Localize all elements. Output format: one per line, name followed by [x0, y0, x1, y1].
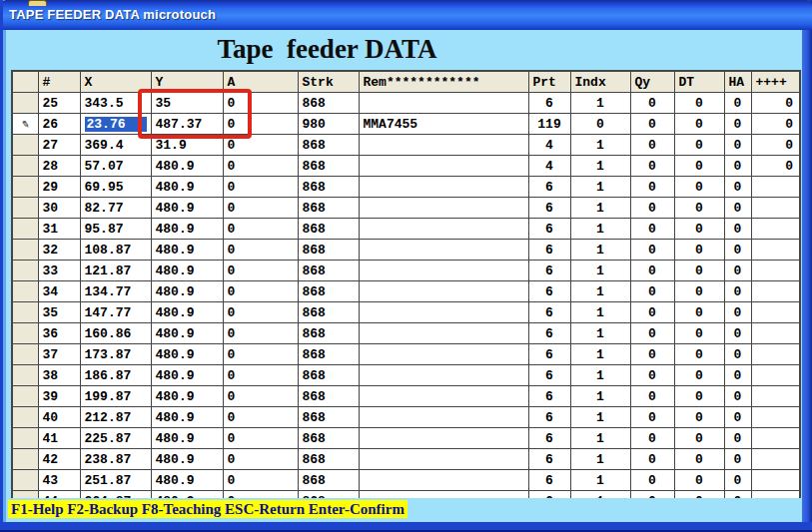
cell-y[interactable]: 480.9 [151, 407, 223, 428]
cell-strk[interactable]: 868 [298, 470, 359, 491]
cell-rem[interactable] [359, 407, 528, 428]
cell-plus[interactable] [751, 261, 800, 281]
cell-plus[interactable]: 0 [751, 93, 800, 114]
cell-strk[interactable]: 868 [298, 156, 359, 177]
cell-ha[interactable]: 0 [724, 407, 751, 428]
cell-x[interactable]: 264.87 [80, 491, 151, 499]
cell-y[interactable]: 480.9 [151, 386, 223, 407]
cell-ha[interactable]: 0 [724, 491, 751, 499]
cell-qy[interactable]: 0 [630, 240, 674, 261]
cell-a[interactable]: 0 [223, 219, 298, 240]
cell-ha[interactable]: 0 [724, 156, 751, 177]
row-gutter-cell[interactable] [12, 407, 38, 428]
cell-indx[interactable]: 1 [570, 156, 630, 177]
cell-dt[interactable]: 0 [674, 261, 724, 281]
cell-strk[interactable]: 868 [298, 281, 359, 302]
cell-x[interactable]: 95.87 [80, 219, 151, 240]
cell-a[interactable]: 0 [223, 323, 298, 344]
cell-qy[interactable]: 0 [630, 470, 674, 491]
cell-indx[interactable]: 1 [570, 302, 630, 323]
cell-y[interactable]: 480.9 [151, 198, 223, 219]
cell-rem[interactable] [359, 449, 528, 470]
cell-y[interactable]: 480.9 [151, 449, 223, 470]
cell-dt[interactable]: 0 [674, 470, 724, 491]
cell-ha[interactable]: 0 [724, 219, 751, 240]
cell-qy[interactable]: 0 [630, 344, 674, 365]
cell-prt[interactable]: 6 [528, 428, 570, 449]
titlebar[interactable]: TAPE FEEDER DATA microtouch [0, 0, 812, 30]
cell-prt[interactable]: 4 [528, 135, 570, 156]
cell-a[interactable]: 0 [223, 261, 298, 281]
cell-plus[interactable] [751, 365, 800, 386]
cell-prt[interactable]: 6 [528, 198, 570, 219]
cell-x[interactable]: 147.77 [80, 302, 151, 323]
cell-rem[interactable] [359, 156, 528, 177]
row-gutter-cell[interactable] [12, 302, 38, 323]
cell-x[interactable]: 160.86 [80, 323, 151, 344]
cell-ha[interactable]: 0 [724, 281, 751, 302]
cell-plus[interactable] [751, 302, 800, 323]
cell-ha[interactable]: 0 [724, 177, 751, 198]
cell-qy[interactable]: 0 [630, 302, 674, 323]
cell-qy[interactable]: 0 [630, 365, 674, 386]
cell-a[interactable]: 0 [223, 281, 298, 302]
cell-indx[interactable]: 1 [570, 261, 630, 281]
cell-prt[interactable]: 6 [528, 261, 570, 281]
cell-strk[interactable]: 868 [298, 240, 359, 261]
cell-ha[interactable]: 0 [724, 114, 751, 135]
cell-prt[interactable]: 6 [528, 449, 570, 470]
cell-qy[interactable]: 0 [630, 386, 674, 407]
cell-ha[interactable]: 0 [724, 428, 751, 449]
cell-x[interactable]: 225.87 [80, 428, 151, 449]
cell-plus[interactable] [751, 281, 800, 302]
cell-prt[interactable]: 119 [528, 114, 570, 135]
cell-x[interactable]: 251.87 [80, 470, 151, 491]
cell-dt[interactable]: 0 [674, 240, 724, 261]
cell-rem[interactable] [359, 177, 528, 198]
cell-indx[interactable]: 1 [570, 449, 630, 470]
cell-rem[interactable] [359, 323, 528, 344]
cell-num[interactable]: 27 [38, 135, 80, 156]
cell-plus[interactable] [751, 198, 800, 219]
cell-y[interactable]: 480.9 [151, 281, 223, 302]
row-gutter-cell[interactable] [12, 135, 38, 156]
cell-qy[interactable]: 0 [630, 93, 674, 114]
cell-dt[interactable]: 0 [674, 386, 724, 407]
cell-x[interactable]: 212.87 [80, 407, 151, 428]
cell-ha[interactable]: 0 [724, 302, 751, 323]
cell-qy[interactable]: 0 [630, 323, 674, 344]
cell-ha[interactable]: 0 [724, 93, 751, 114]
cell-rem[interactable] [359, 93, 528, 114]
cell-strk[interactable]: 868 [298, 386, 359, 407]
cell-plus[interactable] [751, 240, 800, 261]
cell-rem[interactable]: MMA7455 [359, 114, 528, 135]
cell-x[interactable]: 134.77 [80, 281, 151, 302]
row-gutter-cell[interactable] [12, 344, 38, 365]
cell-rem[interactable] [359, 281, 528, 302]
cell-num[interactable]: 33 [38, 261, 80, 281]
cell-plus[interactable]: 0 [751, 135, 800, 156]
cell-rem[interactable] [359, 365, 528, 386]
cell-indx[interactable]: 1 [570, 386, 630, 407]
cell-strk[interactable]: 868 [298, 407, 359, 428]
cell-num[interactable]: 25 [38, 93, 80, 114]
cell-qy[interactable]: 0 [630, 219, 674, 240]
cell-qy[interactable]: 0 [630, 281, 674, 302]
cell-rem[interactable] [359, 491, 528, 499]
cell-rem[interactable] [359, 240, 528, 261]
cell-num[interactable]: 28 [38, 156, 80, 177]
cell-plus[interactable] [751, 386, 800, 407]
cell-indx[interactable]: 1 [570, 407, 630, 428]
cell-strk[interactable]: 868 [298, 261, 359, 281]
cell-plus[interactable] [751, 470, 800, 491]
cell-strk[interactable]: 868 [298, 177, 359, 198]
cell-num[interactable]: 37 [38, 344, 80, 365]
cell-prt[interactable]: 6 [528, 219, 570, 240]
cell-plus[interactable] [751, 428, 800, 449]
cell-indx[interactable]: 1 [570, 428, 630, 449]
cell-dt[interactable]: 0 [674, 323, 724, 344]
cell-indx[interactable]: 1 [570, 198, 630, 219]
row-gutter-cell[interactable] [12, 177, 38, 198]
cell-num[interactable]: 42 [38, 449, 80, 470]
cell-y[interactable]: 480.9 [151, 491, 223, 499]
